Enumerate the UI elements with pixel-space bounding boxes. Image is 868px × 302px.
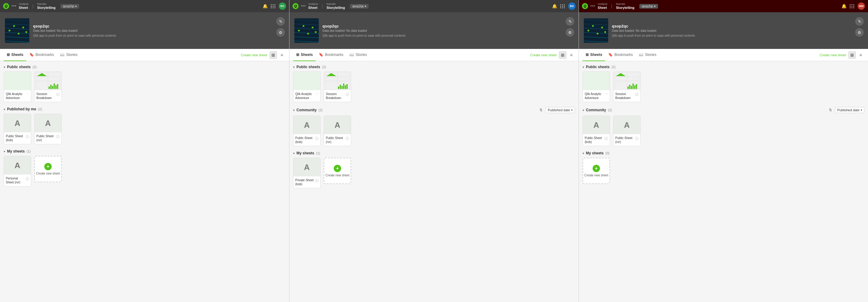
menu-dots[interactable]: •••	[590, 4, 595, 8]
info-icon[interactable]: ⓘ	[635, 136, 639, 141]
info-icon[interactable]: ⓘ	[346, 92, 349, 97]
create-new-sheet-button[interactable]: Create new sheet	[241, 53, 267, 57]
section-header-public-sheets[interactable]: ▾Public sheets(2)	[4, 65, 285, 69]
sheet-card-public-sheet-bob-2[interactable]: APublic Sheet (bob)ⓘ	[293, 116, 320, 146]
bell-icon[interactable]: 🔔	[552, 4, 557, 8]
svg-rect-43	[52, 86, 53, 89]
svg-point-107	[604, 31, 606, 33]
sheet-card-public-sheet-rvr-1[interactable]: APublic Sheet (rvr)ⓘ	[34, 114, 62, 144]
settings-button[interactable]: ⚙	[855, 28, 864, 37]
info-icon[interactable]: ⓘ	[26, 177, 29, 181]
qlik-logo[interactable]: Q	[292, 3, 299, 9]
section-header-public-sheets-3[interactable]: ▾Public sheets(2)	[583, 65, 864, 69]
topbar: Q•••AnalyzeSheet|NarrateStorytellingqsop…	[289, 0, 579, 12]
section-header-public-sheets-2[interactable]: ▾Public sheets(2)	[293, 65, 575, 69]
section-header-my-sheets-3[interactable]: ▾My sheets(0)	[583, 151, 864, 155]
sort-button[interactable]: Published date▾	[546, 107, 575, 113]
sheet-card-qlik-analytic-3[interactable]: Qlik Analytic Adventure···	[583, 71, 610, 102]
tab-sheets[interactable]: ⊞Sheets	[583, 49, 605, 61]
section-header-published-by-me[interactable]: ▾Published by me(2)	[4, 107, 285, 111]
sheet-card-qlik-analytic-2[interactable]: Qlik Analytic Adventure···	[293, 71, 320, 102]
info-icon[interactable]: ⓘ	[26, 134, 29, 139]
tab-bookmarks[interactable]: 🔖Bookmarks	[605, 49, 636, 61]
bell-icon[interactable]: 🔔	[841, 4, 847, 8]
list-view-button[interactable]: ≡	[857, 51, 864, 59]
svg-point-105	[597, 33, 598, 34]
section-header-my-sheets-2[interactable]: ▾My sheets(1)	[293, 151, 575, 155]
user-avatar[interactable]: RC	[279, 2, 286, 10]
grid-view-button[interactable]: ⊞	[270, 51, 277, 59]
env-badge[interactable]: qsop2qc ▾	[640, 4, 658, 8]
app-header: qsop2qcData last loaded: No data loadedQ…	[579, 12, 868, 49]
tab-stories[interactable]: 📖Stories	[346, 49, 370, 61]
section-my-sheets-1: ▾My sheets(1)APersonal Sheet (rvr)ⓘ+Crea…	[4, 149, 285, 186]
list-sort-icon[interactable]: ⇅	[829, 108, 832, 112]
sheet-card-session-breakdown-3[interactable]: Session Breakdownⓘ	[613, 71, 641, 102]
edit-button[interactable]: ✎	[566, 17, 574, 26]
svg-marker-143	[616, 73, 626, 76]
tab-bookmarks[interactable]: 🔖Bookmarks	[316, 49, 346, 61]
grid-view-button[interactable]: ⊞	[559, 51, 566, 59]
more-icon[interactable]: ···	[606, 92, 608, 95]
user-avatar[interactable]: BD	[568, 2, 576, 10]
sheet-card-public-sheet-bob-3[interactable]: APublic Sheet (bob)ⓘ	[583, 116, 610, 146]
info-icon[interactable]: ⓘ	[635, 92, 639, 97]
info-icon[interactable]: ⓘ	[604, 136, 608, 141]
grid-view-button[interactable]: ⊞	[848, 51, 856, 59]
sheet-card-personal-sheet[interactable]: APersonal Sheet (rvr)ⓘ	[4, 156, 31, 186]
info-icon[interactable]: ⓘ	[56, 92, 60, 97]
edit-button[interactable]: ✎	[276, 17, 285, 26]
section-header-community-3[interactable]: ▾Community(2)⇅Published date▾	[583, 107, 864, 113]
sheet-card-private-sheet-bob[interactable]: APrivate Sheet (bob)ⓘ	[293, 158, 320, 188]
menu-dots[interactable]: •••	[11, 4, 17, 8]
qlik-logo[interactable]: Q	[582, 3, 588, 9]
content-area: ▾Public sheets(2)Qlik Analytic Adventure…	[579, 61, 868, 302]
tab-stories[interactable]: 📖Stories	[636, 49, 659, 61]
create-new-sheet-card[interactable]: +Create new sheet	[324, 158, 351, 184]
app-description: Qlik app to push from on prem to saas wi…	[33, 34, 284, 38]
storytelling-section: NarrateStorytelling	[616, 3, 634, 9]
sort-button[interactable]: Published date▾	[835, 107, 864, 113]
section-header-community-2[interactable]: ▾Community(2)⇅Published date▾	[293, 107, 575, 113]
info-icon[interactable]: ⓘ	[315, 179, 318, 183]
tab-stories[interactable]: 📖Stories	[57, 49, 81, 61]
section-header-my-sheets-1[interactable]: ▾My sheets(1)	[4, 149, 285, 153]
sheet-card-session-breakdown-2[interactable]: Session Breakdownⓘ	[324, 71, 351, 102]
qlik-logo[interactable]: Q	[3, 3, 9, 9]
edit-button[interactable]: ✎	[855, 17, 864, 26]
info-icon[interactable]: ⓘ	[56, 134, 60, 139]
list-view-button[interactable]: ≡	[567, 51, 575, 59]
apps-icon[interactable]	[850, 4, 855, 8]
sheet-card-public-sheet-rvr-2[interactable]: APublic Sheet (rvr)ⓘ	[324, 116, 351, 146]
tab-sheets[interactable]: ⊞Sheets	[4, 49, 26, 61]
menu-dots[interactable]: •••	[301, 4, 306, 8]
sheet-card-session-breakdown-1[interactable]: Session Breakdownⓘ	[34, 71, 62, 102]
apps-icon[interactable]	[271, 4, 276, 8]
create-new-sheet-button[interactable]: Create new sheet	[820, 53, 846, 57]
bell-icon[interactable]: 🔔	[262, 4, 268, 8]
info-icon[interactable]: ⓘ	[346, 136, 349, 141]
create-new-sheet-card[interactable]: +Create new sheet	[583, 158, 610, 184]
sheet-card-public-sheet-bob-1[interactable]: APublic Sheet (bob)ⓘ	[4, 114, 31, 144]
sheet-card-qlik-analytic[interactable]: Qlik Analytic Adventure···	[4, 71, 31, 102]
env-badge[interactable]: qsop2qc ▾	[61, 4, 80, 8]
tab-sheets[interactable]: ⊞Sheets	[293, 49, 316, 61]
info-icon[interactable]: ⓘ	[315, 136, 318, 141]
svg-point-56	[303, 25, 304, 27]
section-count: (2)	[38, 107, 42, 111]
env-badge[interactable]: qsop2qc ▾	[350, 4, 369, 8]
more-icon[interactable]: ···	[27, 92, 29, 95]
create-new-sheet-card[interactable]: +Create new sheet	[34, 156, 62, 182]
sheet-label: Sheet	[19, 6, 29, 9]
tab-bookmarks[interactable]: 🔖Bookmarks	[26, 49, 57, 61]
sheet-label: Qlik Analytic Adventure	[585, 92, 604, 100]
list-sort-icon[interactable]: ⇅	[539, 108, 542, 112]
more-icon[interactable]: ···	[316, 92, 318, 95]
apps-icon[interactable]	[560, 4, 565, 8]
user-avatar[interactable]: MM	[858, 2, 865, 10]
list-view-button[interactable]: ≡	[278, 51, 285, 59]
settings-button[interactable]: ⚙	[276, 28, 285, 37]
settings-button[interactable]: ⚙	[566, 28, 574, 37]
sheet-card-public-sheet-rvr-3[interactable]: APublic Sheet (rvr)ⓘ	[613, 116, 641, 146]
create-new-sheet-button[interactable]: Create new sheet	[530, 53, 557, 57]
